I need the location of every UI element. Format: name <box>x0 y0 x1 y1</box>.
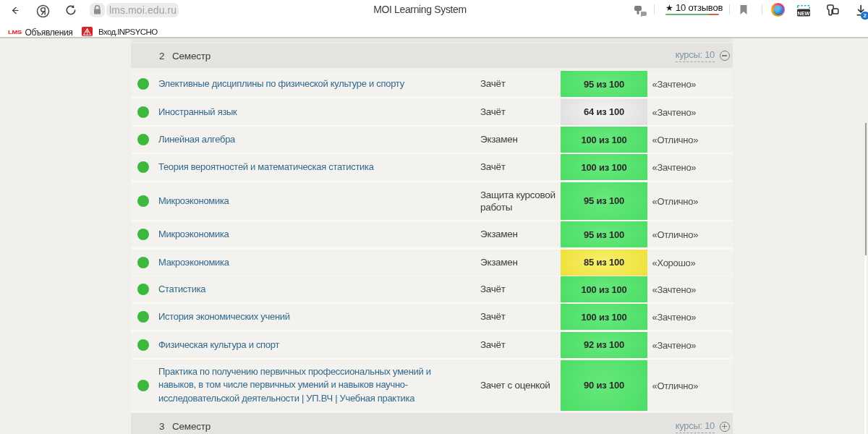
svg-text:NEW: NEW <box>797 9 809 16</box>
